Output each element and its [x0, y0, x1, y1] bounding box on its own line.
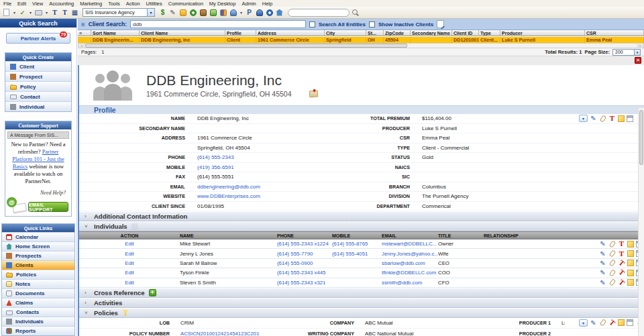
sidebar-item-reports[interactable]: Reports	[2, 326, 74, 335]
contacts-dropdown-icon[interactable]: ▾	[239, 10, 244, 15]
result-row-selected[interactable]: DDB Engineerin... DDB Engineering, Inc C…	[78, 36, 644, 43]
section-cross-reference[interactable]: ›Cross Reference+	[79, 288, 644, 298]
menu-file[interactable]: File	[3, 1, 11, 7]
mobile-link[interactable]: (419) 356-6591	[185, 164, 354, 170]
edit-link[interactable]: Edit	[79, 241, 180, 247]
edit-icon[interactable]: ✎	[168, 8, 177, 17]
billing-icon[interactable]: $	[158, 8, 167, 17]
menu-action[interactable]: Action	[126, 1, 140, 7]
policy-number-link[interactable]: ACSICN2010012421454123C201	[170, 331, 284, 336]
policy-note-icon[interactable]	[618, 319, 625, 326]
individual-email-link[interactable]: tfinkle@DDBELLC.com	[382, 270, 438, 276]
row-edit-icon[interactable]: ✎	[599, 250, 606, 258]
scroll-right-icon[interactable]: ›	[637, 44, 643, 48]
menu-communication[interactable]: Communication	[168, 1, 203, 7]
edit-link[interactable]: Edit	[79, 270, 180, 276]
agency-select-arrow-icon[interactable]: ▾	[147, 9, 154, 16]
table-view-icon[interactable]: ▦	[70, 8, 79, 17]
sidebar-item-individuals[interactable]: Individuals	[2, 317, 74, 326]
info-icon[interactable]	[265, 8, 274, 17]
page-size-select[interactable]: 200▾	[612, 49, 641, 56]
row-edit-icon[interactable]: ✎	[599, 260, 606, 267]
menu-utilities[interactable]: Utilities	[146, 1, 162, 7]
menu-admin[interactable]: Admin	[241, 1, 256, 7]
menu-my-desktop[interactable]: My Desktop	[209, 1, 236, 7]
grid-menu-icon[interactable]: ≡	[78, 30, 91, 36]
col-producer[interactable]: Producer	[500, 30, 585, 36]
quick-create-contact[interactable]: Contact	[5, 91, 71, 101]
row-note-icon[interactable]	[627, 241, 634, 247]
new-document-dropdown-icon[interactable]: ▾	[12, 10, 17, 15]
section-individuals[interactable]: ˅Individuals	[79, 221, 644, 231]
search-all-entities-checkbox[interactable]	[309, 21, 315, 27]
individual-phone-link[interactable]: (614) 555-7790	[277, 251, 332, 257]
folder-icon[interactable]	[178, 8, 187, 17]
section-additional-contact[interactable]: ›Additional Contact Information	[79, 211, 644, 221]
col-type[interactable]: Type	[479, 30, 500, 36]
row-attachment-icon[interactable]	[608, 250, 616, 258]
col-state[interactable]: St...	[366, 30, 384, 36]
menu-tools[interactable]: Tools	[108, 1, 120, 7]
close-icon[interactable]: ×	[635, 57, 641, 64]
profile-calendar-icon[interactable]	[627, 115, 633, 122]
row-note-icon[interactable]	[627, 279, 634, 286]
individual-mobile-link[interactable]: (614) 555-8765	[332, 241, 382, 247]
col-client-id[interactable]: Client ID	[452, 30, 479, 36]
results-horizontal-scrollbar[interactable]: ‹ ›	[78, 43, 644, 48]
individual-phone-link[interactable]: (614) 555-2343 x1224	[277, 241, 332, 247]
toolbar-search-input[interactable]	[288, 9, 350, 17]
individual-phone-link[interactable]: (614) 555-0900	[277, 260, 332, 266]
individual-email-link[interactable]: mstewart@DDBELLC...	[382, 241, 438, 247]
sidebar-item-notes[interactable]: Notes	[2, 279, 74, 288]
partner-alerts-button[interactable]: Partner Alerts 79	[6, 33, 70, 44]
task-icon[interactable]: T	[50, 8, 59, 17]
quick-create-client[interactable]: Client	[5, 61, 71, 71]
row-attachment-icon[interactable]	[608, 269, 616, 276]
row-pushpin-icon[interactable]: T	[616, 269, 627, 276]
profile-note-icon[interactable]	[618, 115, 625, 122]
edit-link[interactable]: Edit	[79, 260, 180, 266]
profile-edit-icon[interactable]: ✎	[590, 115, 597, 122]
map-icon[interactable]	[309, 91, 318, 98]
menu-marketing[interactable]: Marketing	[80, 1, 102, 7]
printer-dropdown-icon[interactable]: ▾	[44, 10, 49, 15]
advanced-search-icon[interactable]	[437, 20, 444, 28]
partner-icon[interactable]: P	[245, 8, 254, 17]
task-alt-icon[interactable]: T	[60, 8, 69, 17]
home-icon[interactable]	[275, 8, 284, 17]
policy-pushpin-icon[interactable]: T	[607, 318, 617, 328]
new-document-icon[interactable]	[2, 8, 11, 17]
col-csr[interactable]: CSR	[585, 30, 644, 36]
profile-pushpin-icon[interactable]: T	[608, 115, 616, 122]
person-icon[interactable]	[255, 8, 264, 17]
individual-email-link[interactable]: Jenny.Jones@yahoo.c...	[382, 251, 438, 257]
policy-calendar-icon[interactable]	[627, 319, 633, 326]
row-note-icon[interactable]	[627, 270, 634, 276]
phone-link[interactable]: (614) 555-2343	[185, 154, 354, 160]
sidebar-item-calendar[interactable]: Calendar	[2, 232, 74, 241]
section-activities[interactable]: ›Activities	[79, 298, 644, 308]
row-note-icon[interactable]	[627, 260, 634, 266]
individual-email-link[interactable]: sbarlow@ddb.com	[382, 260, 438, 266]
chart-icon[interactable]	[219, 8, 227, 17]
scrollbar-thumb[interactable]	[639, 110, 643, 165]
sidebar-item-policies[interactable]: Policies	[2, 270, 74, 279]
profile-dropdown-icon[interactable]: ▾	[579, 115, 588, 122]
email-support-button[interactable]: EMAIL SUPPORT	[28, 202, 68, 212]
sidebar-item-documents[interactable]: Documents	[2, 288, 74, 298]
col-city[interactable]: City	[325, 30, 366, 36]
communications-icon[interactable]: ✓	[18, 8, 27, 17]
quick-create-policy[interactable]: Policy	[5, 81, 71, 91]
sidebar-item-home-screen[interactable]: Home Screen	[2, 241, 74, 251]
quick-create-prospect[interactable]: Prospect	[5, 71, 71, 81]
col-zipcode[interactable]: ZipCode	[384, 30, 411, 36]
row-edit-icon[interactable]: ✎	[599, 279, 606, 286]
row-pushpin-icon[interactable]: T	[616, 260, 627, 267]
communications-dropdown-icon[interactable]: ▾	[28, 10, 33, 15]
money-icon[interactable]	[209, 8, 217, 17]
menu-help[interactable]: Help	[262, 1, 272, 7]
row-attachment-icon[interactable]	[608, 260, 616, 267]
quick-create-individual[interactable]: Individual	[5, 101, 71, 111]
col-secondary-name[interactable]: Secondary Name	[411, 30, 452, 36]
detail-vertical-scrollbar[interactable]	[638, 108, 644, 336]
